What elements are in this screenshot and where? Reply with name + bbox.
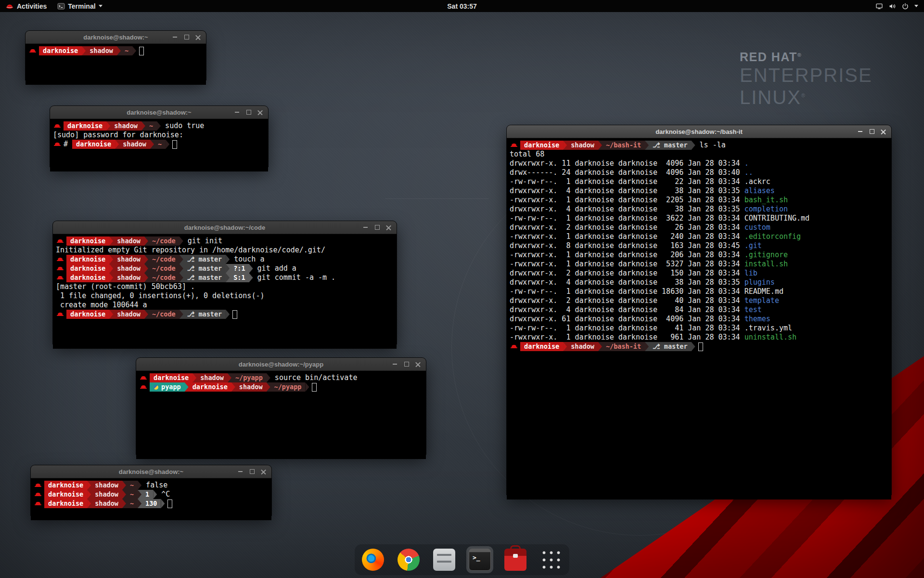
prompt-segment-host: shadow — [119, 140, 150, 149]
prompt-segment-path: ~ — [154, 140, 166, 149]
terminal-content[interactable]: darknoiseshadow~ — [26, 44, 206, 85]
window-minimize-button[interactable] — [390, 359, 400, 369]
window-minimize-button[interactable] — [170, 32, 180, 42]
terminal-line: -rw-rw-r--. 1 darknoise darknoise 18630 … — [510, 287, 888, 296]
terminal-text: -rw-rw-r--. 1 darknoise darknoise 41 Jan… — [510, 324, 744, 333]
terminal-text: bash_it.sh — [744, 196, 788, 205]
terminal-line: drwxrwxr-x. 4 darknoise darknoise 38 Jan… — [510, 278, 888, 287]
window-titlebar[interactable]: darknoise@shadow:~/pyapp — [136, 358, 426, 371]
prompt-segment-stat: ?:1 — [230, 264, 249, 273]
window-close-button[interactable] — [258, 467, 269, 477]
terminal-line: drwxrwxr-x. 4 darknoise darknoise 84 Jan… — [510, 305, 888, 315]
window-maximize-button[interactable] — [867, 127, 877, 137]
window-titlebar[interactable]: darknoise@shadow:~ — [26, 31, 206, 44]
window-close-button[interactable] — [413, 359, 423, 369]
powerline-arrow-icon — [82, 46, 86, 55]
powerline-arrow-icon — [109, 273, 113, 282]
terminal-window: darknoise@shadow:~/pyappdarknoiseshadow~… — [136, 358, 426, 454]
redhat-prompt-icon — [35, 500, 41, 507]
window-titlebar[interactable]: darknoise@shadow:~ — [31, 465, 271, 478]
terminal-text: -rw-rw-r--. 1 darknoise darknoise 18630 … — [510, 287, 744, 296]
terminal-content[interactable]: darknoiseshadow~ sudo true[sudo] passwor… — [50, 119, 268, 171]
terminal-text: source bin/activate — [270, 373, 358, 382]
redhat-prompt-icon — [140, 375, 147, 381]
window-minimize-button[interactable] — [232, 107, 242, 118]
terminal-text: template — [744, 296, 779, 305]
prompt-segment-host: shadow — [235, 382, 267, 392]
prompt-segment-path: ~/bash-it — [602, 141, 645, 150]
terminal-text: git add a — [253, 264, 296, 273]
window-maximize-button[interactable] — [181, 32, 192, 42]
dock-chrome-icon[interactable] — [395, 546, 422, 573]
terminal-line: # darknoiseshadow~ — [53, 140, 265, 149]
terminal-line: darknoiseshadow~/pyapp source bin/activa… — [139, 373, 423, 382]
terminal-text: completion — [744, 205, 788, 214]
terminal-text: git commit -a -m . — [253, 273, 336, 282]
powerline-arrow-icon — [138, 490, 141, 499]
dock-toolbox-icon[interactable] — [502, 546, 529, 573]
redhat-prompt-icon — [29, 48, 36, 54]
redhat-prompt-icon — [511, 142, 517, 149]
window-minimize-button[interactable] — [360, 223, 371, 233]
terminal-glyph: >_ — [473, 554, 480, 561]
window-controls — [235, 465, 269, 478]
powerline-arrow-icon — [226, 310, 230, 319]
prompt-segment-host: shadow — [113, 236, 144, 246]
terminal-text: .travis.yml — [744, 324, 792, 333]
prompt-segment-git: ⎇ master — [183, 264, 226, 273]
redhat-prompt-icon — [54, 141, 61, 148]
window-close-button[interactable] — [255, 107, 265, 118]
powerline-arrow-icon — [692, 141, 695, 150]
powerline-arrow-icon — [267, 373, 270, 382]
terminal-text: themes — [744, 315, 770, 324]
terminal-content[interactable]: darknoiseshadow~/code git initInitialize… — [53, 234, 397, 349]
terminal-line: drwxrwxr-x. 2 darknoise darknoise 150 Ja… — [510, 269, 888, 278]
window-close-button[interactable] — [193, 32, 203, 42]
window-maximize-button[interactable] — [244, 107, 254, 118]
terminal-text: 1 file changed, 0 insertions(+), 0 delet… — [56, 291, 264, 301]
prompt-segment-user: darknoise — [44, 499, 87, 508]
maximize-icon — [375, 225, 380, 230]
prompt-segment-path: ~/pyapp — [231, 373, 267, 382]
terminal-content[interactable]: darknoiseshadow~ falsedarknoiseshadow~1 … — [31, 478, 271, 520]
redhat-prompt-icon — [35, 491, 41, 498]
window-close-button[interactable] — [878, 127, 888, 137]
maximize-icon — [250, 469, 255, 474]
powerline-arrow-icon — [150, 140, 154, 149]
close-icon — [881, 129, 886, 134]
dock-files-icon[interactable] — [431, 546, 458, 573]
maximize-icon — [404, 362, 409, 367]
terminal-line: drwx------. 24 darknoise darknoise 4096 … — [510, 168, 888, 177]
terminal-content[interactable]: darknoiseshadow~/pyapp source bin/activa… — [136, 371, 426, 459]
window-maximize-button[interactable] — [401, 359, 411, 369]
app-menu-terminal[interactable]: Terminal — [52, 0, 107, 12]
prompt-segment-user: darknoise — [64, 121, 106, 131]
window-title: darknoise@shadow:~/pyapp — [239, 361, 323, 368]
terminal-line: drwxrwxr-x. 2 darknoise darknoise 40 Jan… — [510, 296, 888, 305]
dock-terminal-icon[interactable]: >_ — [466, 546, 493, 573]
terminal-content[interactable]: darknoiseshadow~/bash-it⎇ master ls -lat… — [507, 138, 891, 499]
system-status-area[interactable] — [872, 0, 922, 12]
activities-button[interactable]: Activities — [0, 0, 52, 12]
close-icon — [195, 35, 201, 40]
window-close-button[interactable] — [384, 223, 394, 233]
window-maximize-button[interactable] — [372, 223, 382, 233]
minimize-icon — [363, 227, 368, 228]
window-maximize-button[interactable] — [247, 467, 257, 477]
dock-firefox-icon[interactable] — [359, 546, 386, 573]
display-icon — [875, 2, 883, 10]
window-titlebar[interactable]: darknoise@shadow:~/code — [53, 221, 397, 234]
window-minimize-button[interactable] — [235, 467, 245, 477]
terminal-text: .ackrc — [744, 177, 770, 186]
window-minimize-button[interactable] — [855, 127, 865, 137]
clock[interactable]: Sat 03:57 — [447, 2, 476, 10]
prompt-segment-stat: 130 — [141, 499, 161, 508]
powerline-arrow-icon — [305, 382, 309, 392]
window-titlebar[interactable]: darknoise@shadow:~ — [50, 106, 268, 119]
powerline-arrow-icon — [180, 236, 183, 246]
prompt-segment-path: ~ — [126, 490, 138, 499]
dock-app-grid-icon[interactable] — [538, 546, 565, 573]
window-titlebar[interactable]: darknoise@shadow:~/bash-it — [507, 125, 891, 138]
terminal-line: darknoiseshadow~/code⎇ master — [56, 310, 394, 319]
terminal-text: -rw-rw-r--. 1 darknoise darknoise 3622 J… — [510, 214, 744, 223]
